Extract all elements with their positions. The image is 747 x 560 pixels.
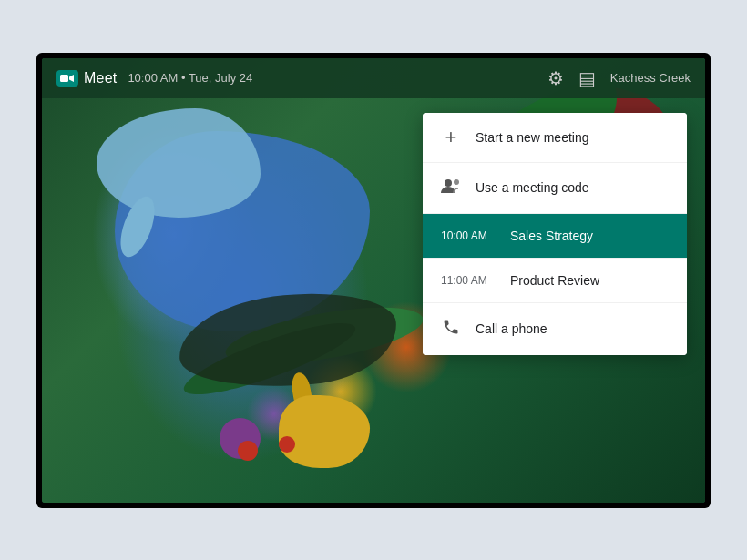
- sales-strategy-time: 10:00 AM: [441, 229, 496, 242]
- topbar-datetime: 10:00 AM • Tue, July 24: [128, 71, 252, 85]
- username-label: Kachess Creek: [610, 71, 691, 85]
- product-review-label: Product Review: [510, 273, 599, 288]
- dropdown-panel: + Start a new meeting Use a meeting code…: [423, 113, 687, 355]
- topbar-right: ⚙ ▤ Kachess Creek: [547, 67, 691, 89]
- sales-strategy-item[interactable]: 10:00 AM Sales Strategy: [423, 214, 687, 259]
- screen-inner: Meet 10:00 AM • Tue, July 24 ⚙ ▤ Kachess…: [42, 58, 705, 503]
- new-meeting-label: Start a new meeting: [476, 130, 589, 145]
- meet-icon: [56, 70, 78, 87]
- sales-strategy-label: Sales Strategy: [510, 229, 593, 243]
- screen-outer: Meet 10:00 AM • Tue, July 24 ⚙ ▤ Kachess…: [36, 53, 711, 508]
- call-phone-label: Call a phone: [476, 321, 547, 336]
- product-review-time: 11:00 AM: [441, 274, 496, 287]
- plus-icon: +: [441, 127, 461, 148]
- meeting-code-label: Use a meeting code: [476, 180, 589, 195]
- svg-rect-0: [60, 75, 68, 82]
- svg-point-1: [445, 179, 452, 187]
- rabbit-body: [279, 395, 370, 468]
- settings-icon[interactable]: ⚙: [547, 67, 564, 89]
- meet-label: Meet: [84, 70, 117, 87]
- meet-logo: Meet: [56, 70, 117, 87]
- people-icon: [441, 178, 461, 199]
- call-phone-item[interactable]: Call a phone: [423, 303, 687, 355]
- svg-point-2: [454, 179, 459, 185]
- berry-1: [238, 441, 258, 461]
- topbar: Meet 10:00 AM • Tue, July 24 ⚙ ▤ Kachess…: [42, 58, 705, 98]
- phone-icon: [441, 318, 461, 341]
- chat-icon[interactable]: ▤: [578, 67, 596, 89]
- new-meeting-item[interactable]: + Start a new meeting: [423, 113, 687, 163]
- meeting-code-item[interactable]: Use a meeting code: [423, 163, 687, 214]
- product-review-item[interactable]: 11:00 AM Product Review: [423, 259, 687, 303]
- berry-2: [279, 436, 295, 453]
